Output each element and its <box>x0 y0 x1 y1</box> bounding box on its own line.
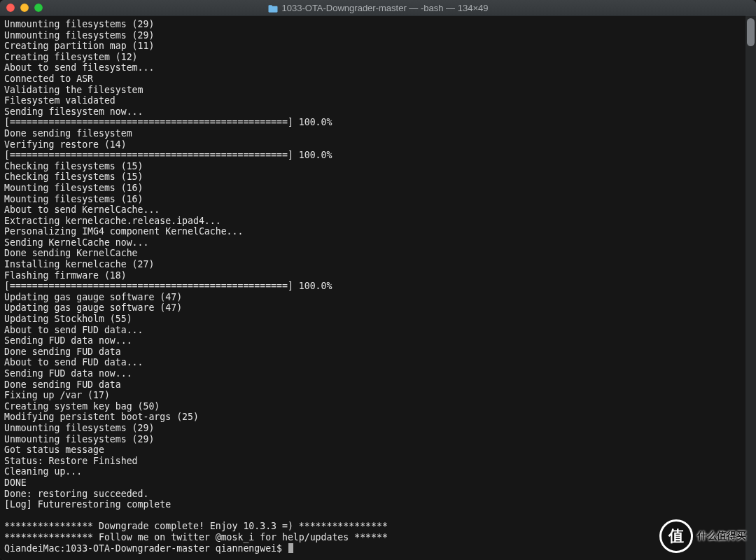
close-icon[interactable] <box>6 4 15 12</box>
watermark-badge: 值 <box>659 519 693 553</box>
window-title-text: 1033-OTA-Downgrader-master — -bash — 134… <box>282 3 489 13</box>
window-controls <box>0 4 43 12</box>
terminal-window: 1033-OTA-Downgrader-master — -bash — 134… <box>0 0 756 560</box>
terminal-output[interactable]: Unmounting filesystems (29) Unmounting f… <box>0 16 756 560</box>
watermark: 值 什么值得买 <box>659 519 746 553</box>
zoom-icon[interactable] <box>34 4 43 12</box>
scrollbar-thumb[interactable] <box>747 18 755 46</box>
window-title: 1033-OTA-Downgrader-master — -bash — 134… <box>0 3 756 13</box>
cursor <box>288 543 294 553</box>
watermark-text: 什么值得买 <box>697 530 746 542</box>
shell-prompt[interactable]: QiandeiMac:1033-OTA-Downgrader-master qi… <box>4 543 288 554</box>
minimize-icon[interactable] <box>20 4 29 12</box>
folder-icon <box>268 4 278 12</box>
scrollbar-track[interactable] <box>746 15 756 560</box>
titlebar: 1033-OTA-Downgrader-master — -bash — 134… <box>0 0 756 16</box>
